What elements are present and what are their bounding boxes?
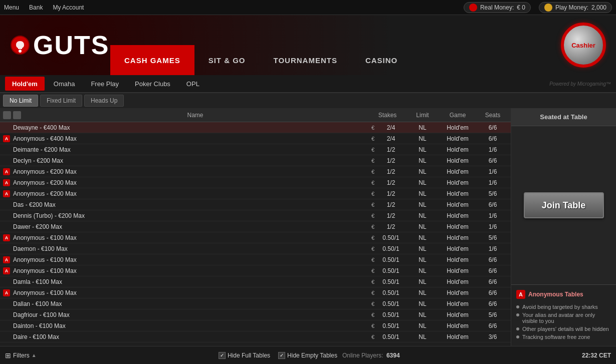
filter-fixed-limit[interactable]: Fixed Limit xyxy=(40,95,82,107)
table-row[interactable]: Deimante - €200 Max € 1/2 NL Hold'em 1/6 xyxy=(0,144,511,155)
row-stakes: 0.50/1 xyxy=(374,333,407,340)
table-row[interactable]: Daire - €100 Max € 0.50/1 NL Hold'em 3/6 xyxy=(0,331,511,342)
my-account-button[interactable]: My Account xyxy=(53,4,84,11)
bullet-text: Avoid being targeted by sharks xyxy=(522,304,598,310)
hide-empty-check[interactable]: ✓ xyxy=(278,352,285,359)
table-row[interactable]: Dainton - €100 Max € 0.50/1 NL Hold'em 6… xyxy=(0,320,511,331)
online-players: Online Players: 6394 xyxy=(342,352,400,359)
table-row[interactable]: A Anonymous - €200 Max € 1/2 NL Hold'em … xyxy=(0,188,511,199)
filters-toggle[interactable]: ⊞ Filters ▲ xyxy=(5,351,37,359)
filter-tabs: No Limit Fixed Limit Heads Up xyxy=(0,93,616,108)
row-stakes: 0.50/1 xyxy=(374,322,407,329)
filter-heads-up[interactable]: Heads Up xyxy=(84,95,124,107)
sort-icon-2[interactable] xyxy=(13,111,21,119)
row-euro: € xyxy=(367,169,374,175)
real-money-badge[interactable]: Real Money: € 0 xyxy=(464,2,531,13)
sub-tab-poker-clubs[interactable]: Poker Clubs xyxy=(128,77,177,91)
row-euro: € xyxy=(367,136,374,142)
row-euro: € xyxy=(367,279,374,285)
anon-icon: A xyxy=(516,290,525,299)
join-table-button[interactable]: Join Table xyxy=(524,192,604,218)
row-euro: € xyxy=(367,213,374,219)
nav-tab-tournaments[interactable]: TOURNAMENTS xyxy=(260,45,351,75)
checkbox-group: ✓ Hide Full Tables ✓ Hide Empty Tables xyxy=(219,352,337,359)
table-rows: Dewayne - €400 Max € 2/4 NL Hold'em 6/6 … xyxy=(0,122,511,346)
row-stakes: 0.50/1 xyxy=(374,256,407,263)
table-row[interactable]: A Anonymous - €400 Max € 2/4 NL Hold'em … xyxy=(0,133,511,144)
table-row[interactable]: Declyn - €200 Max € 1/2 NL Hold'em 6/6 xyxy=(0,155,511,166)
row-seats: 5/6 xyxy=(478,311,508,318)
table-row[interactable]: Daemon - €100 Max € 0.50/1 NL Hold'em 1/… xyxy=(0,243,511,254)
table-row[interactable]: A Anonymous - €200 Max € 1/2 NL Hold'em … xyxy=(0,177,511,188)
row-name: Dallan - €100 Max xyxy=(13,300,367,307)
row-seats: 6/6 xyxy=(478,300,508,307)
table-row[interactable]: Das - €200 Max € 1/2 NL Hold'em 6/6 xyxy=(0,199,511,210)
table-row[interactable]: Dagfriour - €100 Max € 0.50/1 NL Hold'em… xyxy=(0,309,511,320)
row-stakes: 0.50/1 xyxy=(374,300,407,307)
row-seats: 6/6 xyxy=(478,289,508,296)
row-limit: NL xyxy=(407,135,438,142)
row-seats: 1/6 xyxy=(478,179,508,186)
table-row[interactable]: Dennis (Turbo) - €200 Max € 1/2 NL Hold'… xyxy=(0,210,511,221)
row-stakes: 0.50/1 xyxy=(374,234,407,241)
row-game: Hold'em xyxy=(438,168,478,175)
table-row[interactable]: Dawer - €200 Max € 1/2 NL Hold'em 1/6 xyxy=(0,221,511,232)
row-seats: 6/6 xyxy=(478,256,508,263)
table-row[interactable]: Damla - €100 Max € 0.50/1 NL Hold'em 6/6 xyxy=(0,276,511,287)
nav-tab-casino[interactable]: CASINO xyxy=(351,45,412,75)
row-name: Dewayne - €400 Max xyxy=(13,124,367,131)
anon-bullet: Tracking software free zone xyxy=(516,333,611,341)
row-game: Hold'em xyxy=(438,135,478,142)
table-row[interactable]: A Anonymous - €100 Max € 0.50/1 NL Hold'… xyxy=(0,265,511,276)
row-name: Anonymous - €100 Max xyxy=(13,256,367,263)
table-row[interactable]: Dallan - €100 Max € 0.50/1 NL Hold'em 6/… xyxy=(0,298,511,309)
filter-no-limit[interactable]: No Limit xyxy=(3,95,38,107)
col-name: Name xyxy=(23,112,367,119)
nav-tab-cash-games[interactable]: CASH GAMES xyxy=(110,45,194,75)
table-row[interactable]: A Anonymous - €200 Max € 1/2 NL Hold'em … xyxy=(0,166,511,177)
row-game: Hold'em xyxy=(438,179,478,186)
table-row[interactable]: A Anonymous - €100 Max € 0.50/1 NL Hold'… xyxy=(0,254,511,265)
row-game: Hold'em xyxy=(438,300,478,307)
row-limit: NL xyxy=(407,212,438,219)
bullet-dot xyxy=(516,327,519,330)
cashier-label: Cashier xyxy=(571,42,595,49)
filter-icon: ⊞ xyxy=(5,351,11,359)
menu-button[interactable]: Menu xyxy=(4,4,19,11)
hide-full-check[interactable]: ✓ xyxy=(219,352,226,359)
play-money-badge[interactable]: Play Money: 2,000 xyxy=(539,2,612,13)
table-row[interactable]: A Anonymous - €100 Max € 0.50/1 NL Hold'… xyxy=(0,287,511,298)
row-icon: A xyxy=(3,234,13,241)
table-row[interactable]: A Anonymous - €100 Max € 0.50/1 NL Hold'… xyxy=(0,232,511,243)
row-name: Anonymous - €100 Max xyxy=(13,289,367,296)
sub-tab-holdem[interactable]: Hold'em xyxy=(5,77,45,91)
bullet-text: Other players' details will be hidden xyxy=(522,326,609,332)
row-stakes: 1/2 xyxy=(374,190,407,197)
logo-text: GUTS xyxy=(33,30,109,60)
hide-full-checkbox[interactable]: ✓ Hide Full Tables xyxy=(219,352,270,359)
bank-button[interactable]: Bank xyxy=(29,4,43,11)
row-euro: € xyxy=(367,224,374,230)
row-game: Hold'em xyxy=(438,234,478,241)
anon-row-icon: A xyxy=(3,234,10,241)
play-money-label: Play Money: xyxy=(555,4,588,11)
sub-tab-free-play[interactable]: Free Play xyxy=(84,77,126,91)
table-row[interactable]: Dewayne - €400 Max € 2/4 NL Hold'em 6/6 xyxy=(0,122,511,133)
bullet-dot xyxy=(516,305,519,308)
row-name: Dainton - €100 Max xyxy=(13,322,367,329)
row-game: Hold'em xyxy=(438,278,478,285)
row-game: Hold'em xyxy=(438,124,478,131)
row-icon: A xyxy=(3,179,13,186)
row-seats: 1/6 xyxy=(478,146,508,153)
row-game: Hold'em xyxy=(438,201,478,208)
sub-tab-omaha[interactable]: Omaha xyxy=(47,77,82,91)
cashier-button[interactable]: Cashier xyxy=(561,23,606,68)
row-euro: € xyxy=(367,158,374,164)
row-limit: NL xyxy=(407,190,438,197)
sub-tab-opl[interactable]: OPL xyxy=(179,77,207,91)
row-game: Hold'em xyxy=(438,190,478,197)
sort-icon-1[interactable] xyxy=(3,111,11,119)
hide-empty-checkbox[interactable]: ✓ Hide Empty Tables xyxy=(278,352,337,359)
top-bar: Menu Bank My Account Real Money: € 0 Pla… xyxy=(0,0,616,15)
nav-tab-sit-go[interactable]: SIT & GO xyxy=(194,45,260,75)
